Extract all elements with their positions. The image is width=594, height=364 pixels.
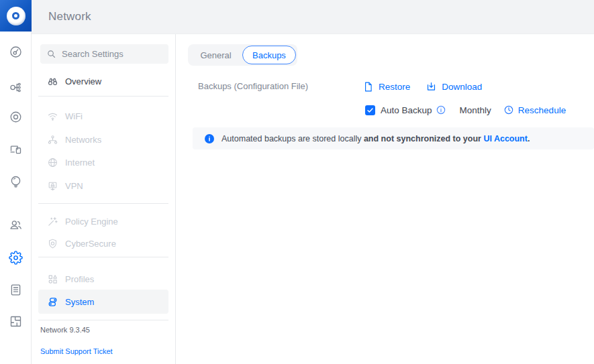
sidebar-item-label: WiFi (65, 111, 83, 121)
sidebar-item-networks[interactable]: Networks (38, 129, 168, 149)
info-icon[interactable] (436, 105, 446, 115)
sidebar-item-label: Policy Engine (65, 217, 118, 227)
sidebar-item-wifi[interactable]: WiFi (38, 106, 168, 126)
floorplan-icon[interactable] (0, 313, 32, 329)
page-title: Network (48, 10, 91, 23)
unifi-logo[interactable] (0, 0, 32, 32)
sidebar-item-label: Overview (65, 76, 101, 86)
settings-icon[interactable] (0, 249, 32, 265)
sidebar-divider (38, 96, 168, 97)
info-filled-icon (205, 134, 214, 143)
app-icon-rail (0, 0, 32, 364)
sidebar-item-label: CyberSecure (65, 239, 116, 249)
reschedule-link[interactable]: Reschedule (518, 105, 566, 115)
unifi-logo-ring (12, 12, 19, 19)
banner-text: Automated backups are stored locally and… (221, 134, 530, 143)
topology-icon[interactable] (0, 79, 32, 95)
network-version-text: Network 9.3.45 (40, 326, 90, 334)
search-settings-box[interactable] (40, 44, 168, 64)
banner-text-bold: and not synchronized to your (364, 134, 483, 143)
sidebar-item-cybersecure[interactable]: CyberSecure (38, 233, 168, 253)
sidebar-divider (38, 257, 168, 257)
search-settings-input[interactable] (62, 49, 162, 59)
sidebar-item-system[interactable]: System (38, 290, 168, 314)
sidebar-item-label: Profiles (65, 274, 94, 284)
backup-frequency-value: Monthly (460, 105, 491, 115)
devices-icon[interactable] (0, 109, 32, 125)
insights-icon[interactable] (0, 173, 32, 189)
binoculars-icon (47, 76, 58, 87)
sidebar-item-profiles[interactable]: Profiles (38, 269, 168, 289)
backup-actions: Restore Download (362, 78, 482, 95)
admins-icon[interactable] (0, 217, 32, 233)
sidebar-item-label: System (65, 297, 94, 307)
auto-backup-row: Auto Backup Monthly Reschedule (365, 102, 566, 118)
ui-account-link[interactable]: UI Account (483, 134, 528, 143)
sidebar-item-vpn[interactable]: VPN (38, 176, 168, 196)
sidebar-item-label: Networks (65, 135, 101, 145)
banner-period: . (528, 134, 530, 143)
wifi-icon (47, 111, 58, 122)
search-icon (46, 49, 56, 59)
download-button[interactable]: Download (426, 81, 482, 93)
file-icon (362, 81, 374, 93)
sidebar-item-policy-engine[interactable]: Policy Engine (38, 211, 168, 231)
sidebar-divider (38, 320, 168, 320)
shield-icon (47, 238, 58, 249)
backups-config-label: Backups (Configuration File) (198, 81, 308, 91)
tab-general[interactable]: General (189, 46, 242, 64)
restore-button[interactable]: Restore (362, 81, 410, 93)
vpn-lock-icon (47, 180, 58, 192)
banner-text-regular: Automated backups are stored locally (221, 134, 364, 143)
console-icon (47, 296, 58, 308)
settings-tab-group: General Backups (188, 44, 297, 66)
app-header: Network (32, 0, 594, 34)
sidebar-item-label: VPN (65, 181, 83, 191)
sidebar-item-internet[interactable]: Internet (38, 152, 168, 172)
main-content: General Backups Backups (Configuration F… (176, 34, 594, 364)
clients-icon[interactable] (0, 141, 32, 157)
network-tree-icon (47, 134, 58, 145)
auto-backup-checkbox[interactable] (365, 105, 375, 115)
info-banner: Automated backups are stored locally and… (193, 127, 594, 149)
logs-icon[interactable] (0, 282, 32, 298)
dashboard-icon[interactable] (0, 44, 32, 60)
download-label: Download (442, 82, 482, 92)
sidebar-divider (38, 203, 168, 204)
settings-sidebar: Overview WiFi Networks (32, 34, 176, 364)
clock-icon[interactable] (503, 105, 514, 115)
submit-support-ticket-link[interactable]: Submit Support Ticket (40, 347, 113, 355)
download-icon (426, 81, 437, 93)
shapes-grid-icon (47, 274, 58, 285)
auto-backup-label: Auto Backup (381, 105, 432, 115)
wand-icon (47, 216, 58, 227)
sidebar-item-label: Internet (65, 158, 95, 168)
restore-label: Restore (379, 82, 410, 92)
sidebar-item-overview[interactable]: Overview (38, 71, 168, 91)
unifi-network-settings-window: Network (0, 0, 594, 364)
tab-backups[interactable]: Backups (242, 46, 296, 64)
check-icon (366, 107, 374, 114)
unifi-logo-disc (7, 7, 26, 25)
globe-icon (47, 157, 58, 168)
